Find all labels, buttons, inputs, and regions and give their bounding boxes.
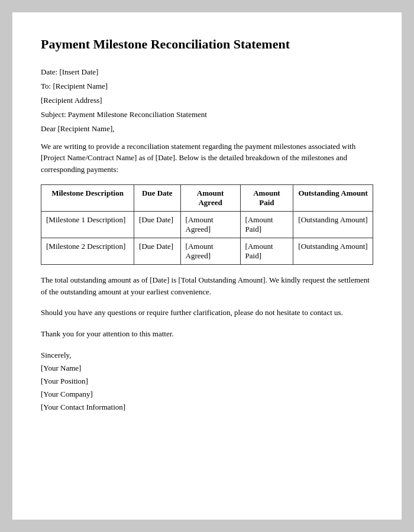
cell-milestone-0: [Milestone 1 Description]: [41, 212, 134, 238]
cell-amount-agreed-1: [Amount Agreed]: [180, 238, 240, 265]
table-row: [Milestone 2 Description] [Due Date] [Am…: [41, 238, 373, 265]
cell-outstanding-0: [Outstanding Amount]: [293, 212, 373, 238]
cell-amount-paid-0: [Amount Paid]: [240, 212, 293, 238]
subject-line: Subject: Payment Milestone Reconciliatio…: [41, 110, 373, 119]
body-paragraph-4: Thank you for your attention to this mat…: [41, 328, 373, 340]
body-paragraph-2: The total outstanding amount as of [Date…: [41, 274, 373, 297]
to-line: To: [Recipient Name]: [41, 82, 373, 91]
col-header-amount-agreed: Amount Agreed: [180, 185, 240, 212]
body-paragraph-1: We are writing to provide a reconciliati…: [41, 141, 373, 176]
closing-sincerely: Sincerely,: [41, 349, 373, 362]
closing-position: [Your Position]: [41, 375, 373, 388]
document-title: Payment Milestone Reconciliation Stateme…: [41, 36, 373, 53]
cell-amount-agreed-0: [Amount Agreed]: [180, 212, 240, 238]
greeting-line: Dear [Recipient Name],: [41, 124, 373, 134]
col-header-outstanding: Outstanding Amount: [293, 185, 373, 212]
document: Payment Milestone Reconciliation Stateme…: [12, 12, 402, 520]
closing-contact: [Your Contact Information]: [41, 401, 373, 414]
cell-outstanding-1: [Outstanding Amount]: [293, 238, 373, 265]
cell-due-date-0: [Due Date]: [134, 212, 181, 238]
closing-name: [Your Name]: [41, 362, 373, 375]
col-header-amount-paid: Amount Paid: [240, 185, 293, 212]
closing-company: [Your Company]: [41, 388, 373, 401]
col-header-milestone: Milestone Description: [41, 185, 134, 212]
cell-milestone-1: [Milestone 2 Description]: [41, 238, 134, 265]
cell-due-date-1: [Due Date]: [134, 238, 181, 265]
date-line: Date: [Insert Date]: [41, 67, 373, 77]
milestone-table: Milestone Description Due Date Amount Ag…: [41, 184, 373, 265]
table-row: [Milestone 1 Description] [Due Date] [Am…: [41, 212, 373, 238]
col-header-due-date: Due Date: [134, 185, 181, 212]
closing-section: Sincerely, [Your Name] [Your Position] […: [41, 349, 373, 414]
body-paragraph-3: Should you have any questions or require…: [41, 307, 373, 319]
address-line: [Recipient Address]: [41, 96, 373, 105]
cell-amount-paid-1: [Amount Paid]: [240, 238, 293, 265]
